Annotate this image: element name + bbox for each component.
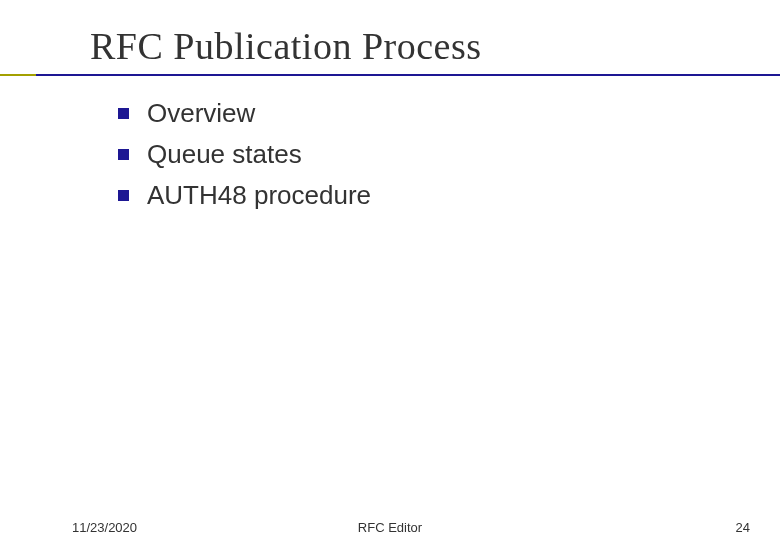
bullet-list: Overview Queue states AUTH48 procedure [118,96,371,219]
footer-page-number: 24 [736,520,750,535]
underline-main [36,74,780,76]
square-bullet-icon [118,149,129,160]
bullet-text: Queue states [147,137,302,172]
footer-center: RFC Editor [358,520,422,535]
list-item: AUTH48 procedure [118,178,371,213]
title-underline [0,74,780,76]
bullet-text: AUTH48 procedure [147,178,371,213]
slide: RFC Publication Process Overview Queue s… [0,0,780,540]
title-wrap: RFC Publication Process [90,24,740,68]
list-item: Overview [118,96,371,131]
square-bullet-icon [118,108,129,119]
footer-date: 11/23/2020 [72,520,137,535]
slide-title: RFC Publication Process [90,24,740,68]
bullet-text: Overview [147,96,255,131]
underline-accent [0,74,36,76]
square-bullet-icon [118,190,129,201]
list-item: Queue states [118,137,371,172]
